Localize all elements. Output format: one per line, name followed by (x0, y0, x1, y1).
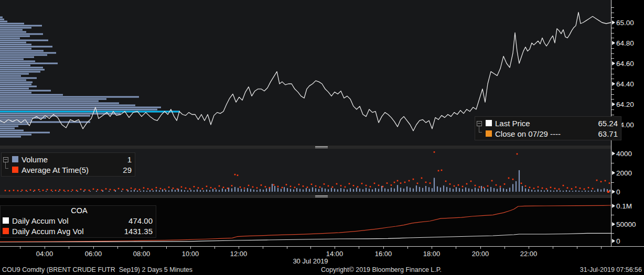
avg-at-time-dot (294, 187, 296, 189)
avg-at-time-dot (332, 186, 334, 188)
separator-drag-handle-icon[interactable] (315, 195, 328, 197)
volume-bar (446, 187, 447, 192)
tick-arrow-icon (612, 61, 615, 65)
avg-at-time-dot (68, 190, 69, 192)
volume-bar (340, 188, 341, 192)
avg-at-time-dot (206, 186, 208, 188)
volume-bar (318, 189, 319, 192)
legend-tree-connector (5, 162, 8, 169)
volume-bar (541, 190, 542, 192)
x-axis-label: 08:00 (133, 250, 151, 258)
volume-profile-bar (0, 113, 121, 115)
avg-at-time-dot (409, 180, 410, 182)
avg-at-time-dot (252, 186, 254, 188)
volume-legend[interactable]: Volume 1 Average At Time(5) 29 (1, 152, 135, 177)
avg-at-time-dot (470, 181, 472, 182)
volume-bar (516, 181, 517, 192)
volume-bar (337, 189, 338, 192)
avg-at-time-dot (231, 185, 233, 186)
avg-at-time-dot (387, 182, 388, 184)
x-axis-tick (117, 247, 118, 249)
avg-at-time-dot (223, 187, 224, 189)
x-axis-tick (456, 247, 456, 249)
avg-at-time-dot (152, 189, 153, 190)
volume-bar (575, 190, 576, 192)
last-price-swatch (486, 120, 492, 126)
volume-profile-bar (0, 59, 24, 60)
avg-at-time-dot (173, 188, 174, 189)
avg-at-time-dot (110, 189, 111, 191)
security-description: COU9 Comdty (BRENT CRUDE FUTR Sep19) 2 D… (2, 266, 192, 273)
panel-separator[interactable] (0, 145, 644, 149)
volume-bar (250, 189, 251, 192)
volume-bar (175, 190, 176, 192)
accum-legend[interactable]: COA Daily Accum Vol 474.00 Daily Accum A… (0, 205, 156, 238)
volume-bar (493, 188, 495, 192)
volume-bar (388, 189, 389, 192)
volume-profile-bar (0, 88, 29, 90)
avg-at-time-dot (256, 187, 258, 189)
x-axis-date-label: 30 Jul 2019 (293, 257, 328, 265)
volume-bar (512, 184, 513, 192)
volume-bar (550, 190, 551, 192)
volume-bar (187, 191, 188, 192)
volume-bar (331, 188, 332, 192)
panel-separator[interactable] (0, 194, 644, 198)
avg-at-time-dot (397, 180, 399, 182)
y-axis-minor-tick (611, 89, 614, 90)
tick-arrow-icon (612, 204, 615, 208)
avg-at-time-dot (538, 186, 539, 188)
x-axis-label: 12:00 (230, 250, 248, 258)
legend-row-volume[interactable]: Volume 1 (12, 154, 135, 164)
avg-at-time-dot (269, 187, 271, 189)
legend-expander-icon[interactable] (477, 121, 482, 126)
close-value: 63.71 (592, 129, 618, 138)
avg-at-time-dot (445, 181, 447, 182)
legend-expander-icon[interactable] (3, 157, 8, 162)
volume-profile-bar (0, 61, 35, 62)
avg-at-time-dot (475, 185, 476, 186)
volume-bar (263, 190, 264, 192)
tick-arrow-icon (612, 190, 615, 194)
y-axis-minor-tick (611, 182, 614, 183)
volume-bar (334, 189, 335, 192)
separator-drag-handle-icon[interactable] (315, 146, 328, 148)
volume-bar (375, 188, 376, 192)
legend-row-close[interactable]: Close on 07/29 ---- 63.71 (486, 128, 621, 139)
volume-profile-bar (0, 52, 56, 54)
legend-row-last-price[interactable]: Last Price 65.24 (486, 118, 621, 128)
volume-bar (83, 191, 84, 192)
volume-bar (465, 188, 466, 192)
volume-profile-bar (0, 90, 51, 92)
volume-bar (171, 189, 173, 192)
x-axis-tick (335, 247, 335, 249)
avg-at-time-dot (404, 182, 406, 183)
volume-bar (534, 190, 535, 192)
avg-at-time-dot (118, 188, 120, 190)
legend-row-daily-accum-avg-vol[interactable]: Daily Accum Avg Vol 1431.35 (3, 226, 156, 236)
volume-bar (478, 189, 479, 192)
y-axis-minor-tick (611, 28, 614, 28)
volume-bar (484, 188, 485, 192)
avg-at-time-dot (210, 187, 212, 189)
legend-row-daily-accum-vol[interactable]: Daily Accum Vol 474.00 (3, 215, 156, 226)
volume-bar (406, 186, 407, 192)
volume-bar (96, 191, 97, 192)
avg-at-time-dot (554, 188, 556, 190)
avg-at-time-dot (261, 184, 262, 186)
avg-at-time-dot (277, 186, 279, 188)
volume-bar (225, 189, 226, 192)
avg-at-time-dot (248, 185, 250, 186)
volume-bar (247, 188, 248, 192)
avg-at-time-label: Average At Time(5) (22, 166, 89, 174)
status-bar: COU9 Comdty (BRENT CRUDE FUTR Sep19) 2 D… (0, 265, 644, 275)
legend-row-avg-at-time[interactable]: Average At Time(5) 29 (12, 164, 135, 175)
volume-profile-bar (0, 67, 43, 69)
avg-at-time-dot (177, 189, 178, 190)
volume-profile-bar (0, 17, 3, 18)
avg-at-time-dot (80, 189, 82, 190)
price-legend[interactable]: Last Price 65.24 Close on 07/29 ---- 63.… (475, 116, 621, 140)
y-axis-minor-tick (611, 58, 614, 59)
avg-at-time-dot (131, 188, 132, 189)
volume-profile-bar (0, 71, 40, 73)
